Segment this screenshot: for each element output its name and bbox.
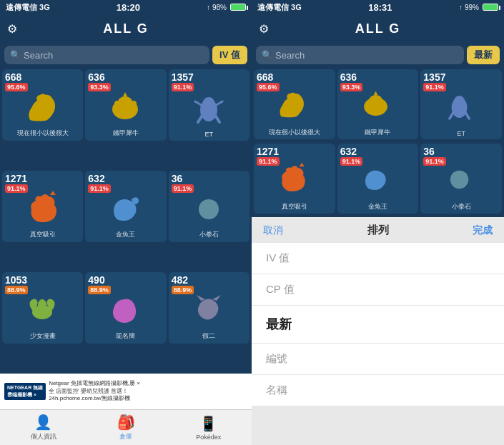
pokemon-name: 鐵甲犀牛 (113, 129, 139, 138)
cp-area: 668 95.6% (5, 72, 28, 91)
cp-area: 1053 88.9% (5, 275, 28, 294)
left-time: 18:20 (117, 2, 140, 13)
right-panel: 遠傳電信 3G 18:31 ↑ 99% ⚙ ALL G 🔍 最新 668 95.… (252, 0, 504, 445)
pokemon-silhouette (106, 88, 145, 127)
svg-point-14 (210, 201, 217, 209)
cp-area: 482 88.9% (172, 275, 194, 294)
right-right-status: ↑ 99% (459, 4, 498, 11)
svg-point-3 (118, 96, 132, 108)
right-search-wrap: 🔍 (256, 46, 464, 64)
list-item[interactable]: 668 95.6% 現在很小以後很大 (254, 69, 335, 139)
cp-area: 632 91.1% (88, 174, 111, 193)
svg-marker-17 (197, 295, 205, 301)
list-item[interactable]: 632 91.1% 金魚王 (337, 144, 419, 214)
pokemon-silhouette (23, 189, 62, 229)
list-item[interactable]: 1271 91.1% 真空吸引 (254, 144, 335, 214)
pokemon-name: 假二 (202, 331, 215, 341)
list-item[interactable]: 482 88.9% 假二 (169, 272, 249, 344)
pokemon-name: ET (457, 130, 465, 137)
nav-item-pokedex[interactable]: 📱 Pokédex (196, 415, 221, 441)
sort-cancel-button[interactable]: 取消 (263, 224, 283, 237)
list-item[interactable]: 632 91.1% 金魚王 (85, 171, 166, 242)
right-app-title: ALL G (355, 21, 401, 36)
pokemon-silhouette (275, 161, 314, 201)
left-search-icon: 🔍 (10, 50, 21, 60)
pokemon-name: 鐵甲犀牛 (365, 128, 390, 137)
sort-done-button[interactable]: 完成 (473, 224, 493, 237)
right-latest-button[interactable]: 最新 (467, 46, 500, 64)
ad-text: Netgear 免插電無線網路攝影機,屡 ×全 店面監控 嬰幼兒照護 首選！24… (49, 380, 140, 402)
nav-item-profile[interactable]: 👤 個人資訊 (31, 414, 56, 441)
list-item[interactable]: 36 91.1% 小拳石 (420, 144, 502, 214)
sort-option-iv[interactable]: IV 值 (252, 243, 504, 274)
pokemon-silhouette (106, 291, 145, 330)
pokemon-name: 少女漫畫 (30, 331, 56, 341)
pokemon-name: 金魚王 (368, 202, 387, 211)
svg-marker-11 (50, 191, 56, 195)
nav-item-bag[interactable]: 🎒 倉庫 (117, 414, 135, 441)
list-item[interactable]: 1357 91.1% ET (420, 69, 502, 139)
sort-option-latest[interactable]: 最新 (252, 306, 504, 344)
left-iv-button[interactable]: IV 值 (212, 46, 247, 64)
profile-icon: 👤 (34, 414, 52, 431)
right-search-input[interactable] (275, 50, 458, 61)
pokemon-name: 真空吸引 (30, 230, 56, 239)
left-battery-icon (230, 4, 246, 11)
svg-point-29 (460, 172, 467, 179)
svg-point-6 (203, 97, 214, 109)
nav-label-pokedex: Pokédex (196, 434, 221, 441)
cp-area: 632 91.1% (340, 146, 363, 166)
list-item[interactable]: 1271 91.1% 真空吸引 (2, 171, 83, 242)
pokemon-silhouette (23, 88, 62, 127)
right-pokemon-grid: 668 95.6% 現在很小以後很大 636 93.3% 鐵甲犀牛 1357 9… (252, 67, 504, 217)
left-app-title: ALL G (103, 21, 149, 36)
svg-point-16 (38, 299, 46, 311)
left-search-input[interactable] (24, 50, 204, 61)
sort-option-number[interactable]: 編號 (252, 344, 504, 375)
svg-marker-26 (300, 162, 305, 166)
left-right-status: ↑ 98% (207, 4, 246, 11)
left-battery-fill (231, 4, 245, 10)
left-gear-icon[interactable]: ⚙ (7, 22, 17, 36)
pokemon-silhouette (442, 89, 481, 129)
svg-marker-4 (123, 92, 127, 96)
list-item[interactable]: 668 95.6% 現在很小以後很大 (2, 69, 83, 141)
right-carrier: 遠傳電信 3G (257, 2, 302, 13)
cp-area: 1357 91.1% (423, 72, 446, 91)
right-gear-icon[interactable]: ⚙ (259, 22, 269, 36)
cp-area: 36 91.1% (172, 174, 194, 193)
pokemon-name: 屁名簡 (116, 331, 135, 341)
sort-title: 排列 (367, 224, 389, 237)
right-location-icon: ↑ (459, 4, 463, 11)
sort-option-name[interactable]: 名稱 (252, 375, 504, 406)
list-item[interactable]: 1053 88.9% 少女漫畫 (2, 272, 83, 344)
svg-line-10 (215, 101, 222, 106)
right-time: 18:31 (368, 2, 392, 13)
right-battery-icon (483, 4, 498, 11)
pokemon-silhouette (189, 189, 229, 229)
pokedex-icon: 📱 (199, 415, 217, 432)
left-battery-label: 98% (212, 4, 227, 11)
cp-area: 636 93.3% (88, 72, 111, 91)
pokemon-silhouette (275, 87, 314, 126)
cp-area: 1271 91.1% (5, 174, 28, 193)
sort-header: 取消 排列 完成 (252, 217, 504, 243)
right-search-row: 🔍 最新 (252, 43, 504, 67)
list-item[interactable]: 1357 91.1% ET (169, 69, 249, 141)
pokemon-silhouette (23, 291, 62, 330)
pokemon-silhouette (358, 87, 397, 126)
ad-logo: NETGEAR 無線雲端攝影機 » (4, 383, 46, 400)
list-item[interactable]: 636 93.3% 鐵甲犀牛 (85, 69, 166, 141)
right-battery-label: 99% (465, 4, 479, 11)
pokemon-silhouette (189, 90, 229, 129)
list-item[interactable]: 36 91.1% 小拳石 (169, 171, 249, 242)
list-item[interactable]: 636 93.3% 鐵甲犀牛 (337, 69, 419, 139)
list-item[interactable]: 490 88.9% 屁名簡 (85, 272, 166, 344)
sort-option-cp[interactable]: CP 值 (252, 274, 504, 306)
right-status-bar: 遠傳電信 3G 18:31 ↑ 99% (252, 0, 504, 14)
right-search-icon: 🔍 (262, 50, 272, 60)
svg-point-20 (369, 95, 382, 106)
left-pokemon-grid: 668 95.6% 現在很小以後很大 636 93.3% 鐵甲犀牛 1357 9… (0, 67, 252, 374)
pokemon-name: ET (205, 131, 214, 138)
svg-point-13 (200, 201, 207, 209)
